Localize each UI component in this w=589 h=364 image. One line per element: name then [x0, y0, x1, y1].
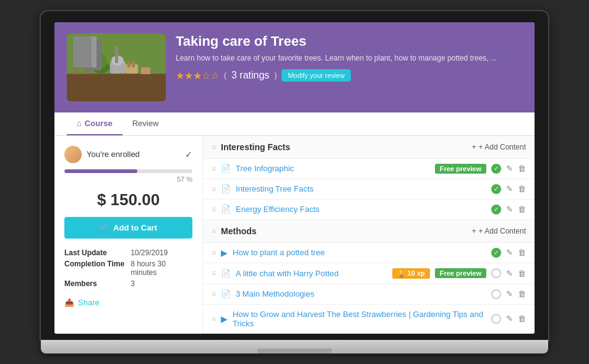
edit-icon[interactable]: ✎ — [506, 314, 513, 323]
course-description: Learn how to take care of your favorite … — [176, 53, 522, 64]
modify-review-button[interactable]: Modify your review — [282, 69, 351, 82]
content-item-link[interactable]: How to Grow and Harvest The Best Strawbe… — [233, 310, 486, 328]
check-circle: ✓ — [491, 184, 501, 194]
delete-icon[interactable]: 🗑 — [518, 289, 526, 298]
doc-icon: 📄 — [221, 205, 231, 214]
sidebar: You're enrolled ✓ 57 % $ 150.00 🛒 Add to… — [54, 136, 203, 334]
section-header-methods: ≡ Methods + + Add Content — [203, 220, 535, 243]
doc-icon: 📄 — [221, 184, 231, 193]
enrolled-row: You're enrolled ✓ — [64, 146, 192, 163]
info-grid: Last Update 10/29/2019 Completion Time 8… — [64, 248, 192, 288]
delete-icon[interactable]: 🗑 — [518, 269, 526, 278]
share-icon: 📤 — [64, 298, 74, 307]
content-item-link[interactable]: A little chat with Harry Potted — [236, 269, 387, 278]
svg-rect-14 — [141, 67, 150, 75]
home-icon: ⌂ — [77, 119, 82, 128]
action-icons: ✎ 🗑 — [491, 289, 526, 299]
table-row: ≡ 📄 3 Main Methodologies ✎ 🗑 — [203, 284, 535, 305]
course-thumbnail — [67, 33, 166, 101]
completion-time-value: 8 hours 30 minutes — [131, 260, 192, 277]
delete-icon[interactable]: 🗑 — [518, 184, 526, 193]
completion-time-label: Completion Time — [64, 260, 124, 277]
delete-icon[interactable]: 🗑 — [518, 164, 526, 173]
doc-icon: 📄 — [221, 164, 231, 173]
course-header: Taking care of Trees Learn how to take c… — [54, 22, 535, 112]
content-item-link[interactable]: How to plant a potted tree — [233, 248, 486, 257]
play-icon: ▶ — [221, 314, 228, 324]
content-item-link[interactable]: 3 Main Methodologies — [236, 289, 486, 298]
svg-rect-1 — [67, 74, 166, 101]
progress-percent: 57 % — [64, 176, 192, 183]
svg-point-5 — [81, 50, 93, 60]
plus-icon: + — [472, 143, 476, 151]
svg-rect-12 — [127, 61, 131, 67]
svg-rect-10 — [115, 46, 118, 63]
check-circle: ✓ — [491, 248, 501, 258]
section-title-methods: Methods — [221, 226, 472, 236]
avatar — [64, 146, 82, 163]
add-content-button-interesting-facts[interactable]: + + Add Content — [472, 143, 526, 151]
item-drag-icon: ≡ — [212, 290, 216, 298]
delete-icon[interactable]: 🗑 — [518, 205, 526, 214]
svg-rect-4 — [85, 58, 89, 77]
doc-icon: 📄 — [221, 289, 231, 298]
action-icons: ✎ 🗑 — [491, 314, 526, 324]
section-header-interesting-facts: ≡ Interesting Facts + + Add Content — [203, 136, 535, 159]
svg-rect-3 — [75, 42, 84, 50]
table-row: ≡ 📄 Energy Efficiency Facts ✓ ✎ 🗑 — [203, 200, 535, 220]
table-row: ≡ 📄 Interesting Tree Facts ✓ ✎ 🗑 — [203, 179, 535, 200]
check-circle — [491, 314, 501, 324]
svg-point-15 — [95, 75, 119, 81]
avatar-image — [64, 146, 82, 163]
delete-icon[interactable]: 🗑 — [518, 248, 526, 257]
rating-row: ★★★☆☆ (3 ratings) Modify your review — [176, 69, 522, 82]
edit-icon[interactable]: ✎ — [506, 164, 513, 173]
edit-icon[interactable]: ✎ — [506, 269, 513, 278]
screen-bezel: Taking care of Trees Learn how to take c… — [41, 11, 548, 340]
table-row: ≡ ▶ How to Grow and Harvest The Best Str… — [203, 305, 535, 334]
progress-bar — [64, 169, 192, 173]
tab-review[interactable]: Review — [123, 112, 169, 135]
check-circle — [491, 289, 501, 299]
enrolled-check-icon: ✓ — [185, 150, 192, 159]
item-drag-icon: ≡ — [212, 315, 216, 323]
table-row: ≡ ▶ How to plant a potted tree ✓ ✎ 🗑 — [203, 243, 535, 263]
svg-point-17 — [93, 77, 97, 80]
svg-rect-2 — [73, 52, 78, 80]
share-button[interactable]: 📤 Share — [64, 298, 100, 307]
cart-icon: 🛒 — [100, 223, 110, 232]
item-drag-icon: ≡ — [212, 164, 216, 173]
add-content-button-methods[interactable]: + + Add Content — [472, 227, 526, 235]
item-drag-icon: ≡ — [212, 185, 216, 193]
edit-icon[interactable]: ✎ — [506, 184, 513, 193]
content-item-link[interactable]: Tree Infographic — [236, 164, 430, 173]
table-row: ≡ 📄 Tree Infographic Free preview ✓ ✎ 🗑 — [203, 159, 535, 179]
item-drag-icon: ≡ — [212, 248, 216, 257]
table-row: ≡ 📄 A little chat with Harry Potted 🏆 10… — [203, 263, 535, 284]
course-title: Taking care of Trees — [176, 33, 522, 49]
free-preview-badge: Free preview — [435, 268, 486, 278]
tab-course[interactable]: ⌂ Course — [67, 112, 123, 135]
edit-icon[interactable]: ✎ — [506, 289, 513, 298]
main-layout: You're enrolled ✓ 57 % $ 150.00 🛒 Add to… — [54, 136, 535, 334]
delete-icon[interactable]: 🗑 — [518, 314, 526, 323]
content-area: ≡ Interesting Facts + + Add Content ≡ 📄 … — [203, 136, 535, 334]
edit-icon[interactable]: ✎ — [506, 205, 513, 214]
laptop-base — [41, 340, 548, 353]
action-icons: ✓ ✎ 🗑 — [491, 184, 526, 194]
xp-badge: 🏆 10 xp — [392, 268, 430, 279]
star-rating: ★★★☆☆ — [176, 70, 219, 82]
check-circle: ✓ — [491, 164, 501, 174]
course-tabs: ⌂ Course Review — [54, 112, 535, 136]
progress-fill — [64, 169, 137, 173]
section-title-interesting-facts: Interesting Facts — [221, 142, 472, 152]
content-item-link[interactable]: Energy Efficiency Facts — [236, 205, 486, 214]
plus-icon: + — [472, 227, 476, 235]
add-to-cart-button[interactable]: 🛒 Add to Cart — [64, 217, 192, 239]
svg-rect-13 — [132, 61, 135, 67]
edit-icon[interactable]: ✎ — [506, 248, 513, 257]
check-circle: ✓ — [491, 205, 501, 214]
action-icons: ✓ ✎ 🗑 — [491, 205, 526, 214]
rating-count: ( — [224, 71, 226, 80]
content-item-link[interactable]: Interesting Tree Facts — [236, 184, 486, 193]
